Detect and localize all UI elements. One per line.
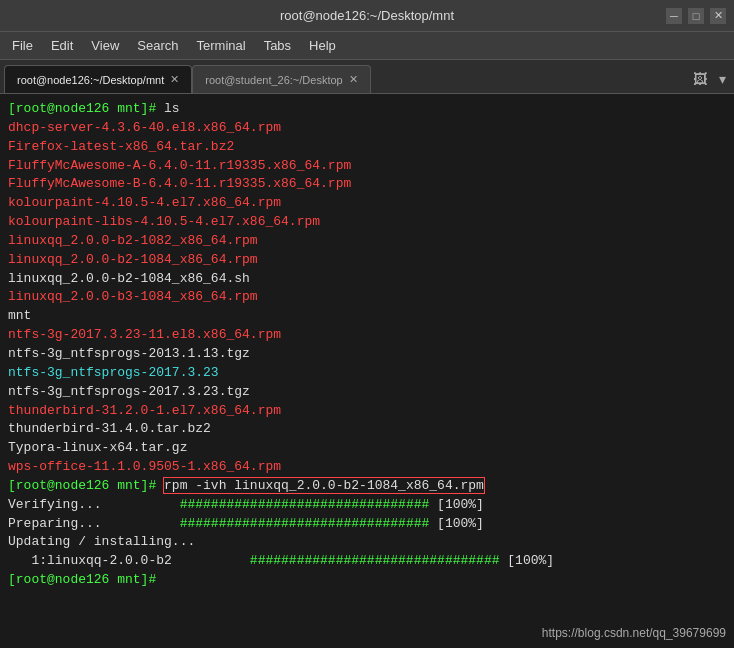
terminal-line: ntfs-3g_ntfsprogs-2017.3.23: [8, 364, 726, 383]
window-controls: ─ □ ✕: [666, 8, 726, 24]
terminal-line: kolourpaint-libs-4.10.5-4.el7.x86_64.rpm: [8, 213, 726, 232]
terminal-line: wps-office-11.1.0.9505-1.x86_64.rpm: [8, 458, 726, 477]
close-button[interactable]: ✕: [710, 8, 726, 24]
terminal-line: [root@node126 mnt]# ls: [8, 100, 726, 119]
menu-tabs[interactable]: Tabs: [256, 36, 299, 55]
menu-file[interactable]: File: [4, 36, 41, 55]
watermark: https://blog.csdn.net/qq_39679699: [542, 625, 726, 642]
terminal-line: Updating / installing...: [8, 533, 726, 552]
terminal-line: linuxqq_2.0.0-b2-1082_x86_64.rpm: [8, 232, 726, 251]
terminal-line: [root@node126 mnt]# rpm -ivh linuxqq_2.0…: [8, 477, 726, 496]
minimize-button[interactable]: ─: [666, 8, 682, 24]
menu-help[interactable]: Help: [301, 36, 344, 55]
menu-search[interactable]: Search: [129, 36, 186, 55]
terminal-line: thunderbird-31.2.0-1.el7.x86_64.rpm: [8, 402, 726, 421]
terminal-line: dhcp-server-4.3.6-40.el8.x86_64.rpm: [8, 119, 726, 138]
maximize-button[interactable]: □: [688, 8, 704, 24]
terminal-line: [root@node126 mnt]#: [8, 571, 726, 590]
tab-label-student26: root@student_26:~/Desktop: [205, 74, 342, 86]
terminal-line: kolourpaint-4.10.5-4.el7.x86_64.rpm: [8, 194, 726, 213]
menu-terminal[interactable]: Terminal: [189, 36, 254, 55]
tab-screenshot-button[interactable]: 🖼: [689, 69, 711, 89]
terminal-line: linuxqq_2.0.0-b2-1084_x86_64.sh: [8, 270, 726, 289]
terminal-line: Preparing... ###########################…: [8, 515, 726, 534]
terminal-line: thunderbird-31.4.0.tar.bz2: [8, 420, 726, 439]
terminal-line: FluffyMcAwesome-B-6.4.0-11.r19335.x86_64…: [8, 175, 726, 194]
menu-view[interactable]: View: [83, 36, 127, 55]
terminal-line: ntfs-3g_ntfsprogs-2013.1.13.tgz: [8, 345, 726, 364]
terminal-line: Verifying... ###########################…: [8, 496, 726, 515]
tab-bar-actions: 🖼 ▾: [689, 69, 730, 93]
tab-dropdown-button[interactable]: ▾: [715, 69, 730, 89]
terminal-line: Typora-linux-x64.tar.gz: [8, 439, 726, 458]
tab-student26[interactable]: root@student_26:~/Desktop ✕: [192, 65, 370, 93]
terminal-line: Firefox-latest-x86_64.tar.bz2: [8, 138, 726, 157]
terminal-line: FluffyMcAwesome-A-6.4.0-11.r19335.x86_64…: [8, 157, 726, 176]
tab-close-student26[interactable]: ✕: [349, 73, 358, 86]
terminal-line: ntfs-3g-2017.3.23-11.el8.x86_64.rpm: [8, 326, 726, 345]
tab-close-node126[interactable]: ✕: [170, 73, 179, 86]
terminal-line: ntfs-3g_ntfsprogs-2017.3.23.tgz: [8, 383, 726, 402]
tab-label-node126: root@node126:~/Desktop/mnt: [17, 74, 164, 86]
terminal-content[interactable]: [root@node126 mnt]# lsdhcp-server-4.3.6-…: [0, 94, 734, 648]
terminal-line: mnt: [8, 307, 726, 326]
tab-bar: root@node126:~/Desktop/mnt ✕ root@studen…: [0, 60, 734, 94]
title-bar: root@node126:~/Desktop/mnt ─ □ ✕: [0, 0, 734, 32]
terminal-line: linuxqq_2.0.0-b3-1084_x86_64.rpm: [8, 288, 726, 307]
terminal-line: 1:linuxqq-2.0.0-b2 #####################…: [8, 552, 726, 571]
terminal-line: linuxqq_2.0.0-b2-1084_x86_64.rpm: [8, 251, 726, 270]
tab-node126[interactable]: root@node126:~/Desktop/mnt ✕: [4, 65, 192, 93]
window-title: root@node126:~/Desktop/mnt: [68, 8, 666, 23]
menu-bar: File Edit View Search Terminal Tabs Help: [0, 32, 734, 60]
menu-edit[interactable]: Edit: [43, 36, 81, 55]
